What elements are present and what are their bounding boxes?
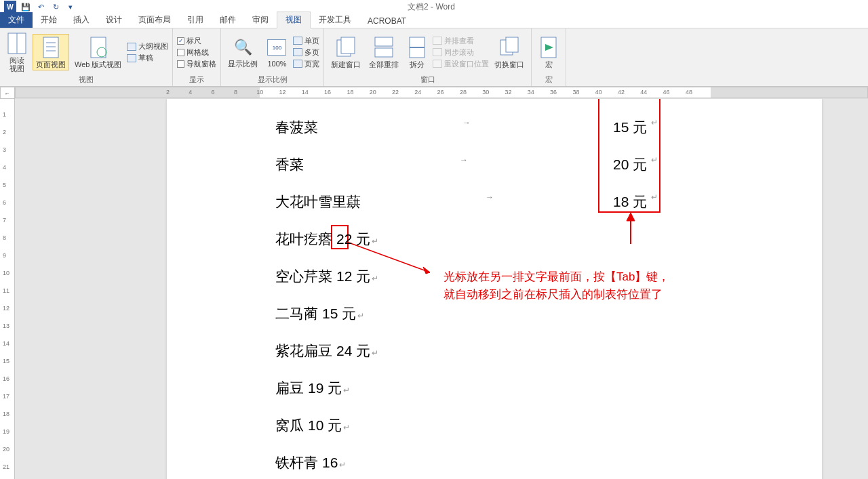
one-page-button[interactable]: 单页 [293,35,319,47]
item-name: 香菜 [275,155,304,174]
item-price: 16 [322,455,338,471]
item-price: 24 元 [336,341,370,360]
undo-button[interactable]: ↶ [35,1,46,12]
redo-button[interactable]: ↻ [50,1,61,12]
multi-page-button[interactable]: 多页 [293,47,319,58]
multi-page-icon [293,48,302,56]
split-button[interactable]: 拆分 [404,35,430,70]
vertical-ruler[interactable]: 123456789101112131415161718192021 [0,99,15,479]
item-price: 10 元 [308,416,342,435]
tab-view[interactable]: 视图 [277,12,311,28]
editing-area: 123456789101112131415161718192021 光标放在另一… [0,99,868,479]
tab-mailings[interactable]: 邮件 [212,12,244,28]
group-show: ✓标尺 网格线 导航窗格 显示 [173,28,221,86]
doc-line[interactable]: 香菜 → 20 元 ↵ [275,155,822,174]
print-layout-button[interactable]: 页面视图 [33,34,69,70]
zoom-100-button[interactable]: 100 100% [263,35,290,69]
ribbon-tabs: 文件 开始 插入 设计 页面布局 引用 邮件 审阅 视图 开发工具 ACROBA… [0,14,868,28]
tab-layout[interactable]: 页面布局 [130,12,179,28]
tab-arrow-icon: → [462,118,471,127]
arrange-all-icon [374,36,394,59]
tab-file[interactable]: 文件 [0,12,33,28]
save-button[interactable]: 💾 [20,1,31,12]
nav-pane-checkbox[interactable]: 导航窗格 [177,58,216,70]
item-price: 19 元 [308,379,342,398]
svg-rect-10 [375,37,393,46]
group-views: 阅读 视图 页面视图 Web 版式视图 大纲视图 草稿 视图 [0,28,173,86]
item-name: 二马蔺 [275,304,318,323]
tab-home[interactable]: 开始 [33,12,65,28]
svg-rect-15 [506,37,518,52]
item-name: 空心芹菜 [275,267,332,286]
svg-rect-2 [43,37,58,58]
doc-line[interactable]: 花叶疙瘩22 元↵ [275,230,822,249]
doc-line[interactable]: 扁豆19 元↵ [275,379,822,398]
item-name: 窝瓜 [275,416,304,435]
group-macro: 宏 宏 [532,28,566,86]
new-window-button[interactable]: 新建窗口 [328,35,363,70]
doc-line[interactable]: 大花叶雪里蕻 → 18 元 ↵ [275,192,822,211]
switch-window-button[interactable]: 切换窗口 [492,35,527,70]
read-mode-icon [7,32,27,55]
document-page[interactable]: 光标放在另一排文字最前面，按【Tab】键， 就自动移到之前在标尺插入的制表符位置… [167,99,822,479]
svg-marker-21 [627,213,635,221]
paragraph-mark-icon: ↵ [651,118,658,127]
gridlines-checkbox[interactable]: 网格线 [177,47,216,58]
one-page-icon [293,37,302,45]
paragraph-mark-icon: ↵ [339,460,346,470]
item-price: 20 元 [613,155,647,174]
paragraph-mark-icon: ↵ [357,311,364,320]
doc-line[interactable]: 空心芹菜12 元↵ [275,267,822,286]
item-name: 花叶疙瘩 [275,230,332,249]
tab-insert[interactable]: 插入 [65,12,98,28]
item-price: 12 元 [336,267,370,286]
tab-arrow-icon: → [486,192,494,202]
web-layout-icon [88,36,108,59]
tab-acrobat[interactable]: ACROBAT [359,14,414,28]
doc-line[interactable]: 春菠菜 → 15 元 ↵ [275,118,822,137]
macros-button[interactable]: 宏 [536,35,561,70]
sync-scroll: 同步滚动 [433,47,489,58]
tab-developer[interactable]: 开发工具 [311,12,359,28]
zoom-button[interactable]: 🔍 显示比例 [225,35,260,69]
item-name: 紫花扁豆 [275,341,332,360]
paragraph-mark-icon: ↵ [343,386,350,395]
svg-rect-9 [341,37,355,54]
view-side-by-side: 并排查看 [433,35,489,47]
item-price: 15 元 [613,118,647,137]
tab-references[interactable]: 引用 [179,12,212,28]
doc-line[interactable]: 紫花扁豆24 元↵ [275,341,822,360]
reset-window-icon [433,60,442,68]
tab-design[interactable]: 设计 [98,12,130,28]
paragraph-mark-icon: ↵ [651,192,658,202]
item-price: 18 元 [613,192,647,211]
document-viewport[interactable]: 光标放在另一排文字最前面，按【Tab】键， 就自动移到之前在标尺插入的制表符位置… [15,99,868,479]
check-icon: ✓ [177,37,184,45]
doc-line[interactable]: 铁杆青16↵ [275,453,822,472]
item-name: 扁豆 [275,379,304,398]
outline-view-button[interactable]: 大纲视图 [127,41,168,52]
tab-review[interactable]: 审阅 [244,12,277,28]
group-window: 新建窗口 全部重排 拆分 并排查看 同步滚动 重设窗口位置 切换窗口 窗口 [324,28,532,86]
draft-view-button[interactable]: 草稿 [127,52,168,64]
qat-dropdown[interactable]: ▾ [65,1,76,12]
doc-line[interactable]: 二马蔺15 元↵ [275,304,822,323]
svg-rect-11 [375,48,393,57]
macros-icon [538,36,559,59]
group-zoom: 🔍 显示比例 100 100% 单页 多页 页宽 显示比例 [221,28,324,86]
side-by-side-icon [433,37,442,45]
tab-selector[interactable]: ⌐ [0,87,15,99]
web-layout-button[interactable]: Web 版式视图 [72,35,124,70]
page-width-button[interactable]: 页宽 [293,58,319,70]
paragraph-mark-icon: ↵ [372,348,378,358]
ruler-row: ⌐ 24681012141618202224262830323436384042… [0,87,868,99]
ribbon: 阅读 视图 页面视图 Web 版式视图 大纲视图 草稿 视图 ✓标尺 网格线 导… [0,28,868,87]
doc-line[interactable]: 窝瓜10 元↵ [275,416,822,435]
paragraph-mark-icon: ↵ [372,274,378,283]
window-title: 文档2 - Word [76,1,787,13]
read-mode-button[interactable]: 阅读 视图 [4,30,30,74]
quick-access-toolbar: W 💾 ↶ ↻ ▾ [0,1,76,13]
horizontal-ruler[interactable]: 2468101214161820222426283032343638404244… [15,87,868,98]
ruler-checkbox[interactable]: ✓标尺 [177,35,216,47]
arrange-all-button[interactable]: 全部重排 [366,35,401,70]
